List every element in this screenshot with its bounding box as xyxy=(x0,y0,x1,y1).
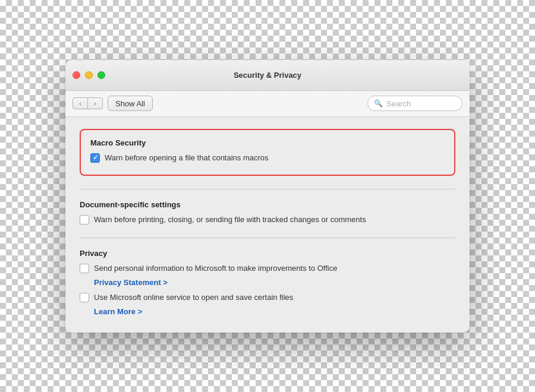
window-title: Security & Privacy xyxy=(234,71,301,80)
macro-checkbox[interactable] xyxy=(90,153,100,163)
search-box[interactable]: 🔍 Search xyxy=(367,96,462,111)
learn-more-link[interactable]: Learn More > xyxy=(94,307,455,316)
traffic-lights xyxy=(73,71,105,79)
privacy-title: Privacy xyxy=(80,249,455,258)
doc-checkbox-label: Warn before printing, closing, or sendin… xyxy=(94,215,366,224)
search-icon: 🔍 xyxy=(374,99,383,108)
privacy-checkbox-1[interactable] xyxy=(80,264,89,273)
privacy-checkbox-2[interactable] xyxy=(80,293,89,302)
maximize-button[interactable] xyxy=(97,71,105,79)
privacy-checkbox-label-1: Send personal information to Microsoft t… xyxy=(94,264,337,273)
privacy-checkbox-row-1: Send personal information to Microsoft t… xyxy=(80,264,455,273)
content-area: Macro Security Warn before opening a fil… xyxy=(65,117,470,333)
macro-checkbox-label: Warn before opening a file that contains… xyxy=(105,153,269,162)
macro-checkbox-row: Warn before opening a file that contains… xyxy=(90,153,445,163)
forward-button[interactable]: › xyxy=(87,97,103,109)
privacy-checkbox-label-2: Use Microsoft online service to open and… xyxy=(94,293,293,302)
minimize-button[interactable] xyxy=(85,71,93,79)
main-window: Security & Privacy ‹ › Show All 🔍 Search… xyxy=(65,60,470,333)
back-button[interactable]: ‹ xyxy=(73,97,88,109)
close-button[interactable] xyxy=(73,71,80,79)
toolbar: ‹ › Show All 🔍 Search xyxy=(65,91,470,117)
separator-2 xyxy=(80,238,455,238)
macro-security-title: Macro Security xyxy=(90,138,445,147)
macro-security-section: Macro Security Warn before opening a fil… xyxy=(80,129,455,176)
back-icon: ‹ xyxy=(79,100,81,107)
doc-checkbox[interactable] xyxy=(80,215,89,225)
forward-icon: › xyxy=(94,100,96,107)
search-placeholder: Search xyxy=(386,99,411,108)
privacy-section: Privacy Send personal information to Mic… xyxy=(80,249,455,316)
title-bar: Security & Privacy xyxy=(65,60,470,91)
separator-1 xyxy=(80,189,455,189)
document-specific-title: Document-specific settings xyxy=(80,200,455,209)
document-specific-section: Document-specific settings Warn before p… xyxy=(80,200,455,225)
show-all-button[interactable]: Show All xyxy=(108,96,153,111)
privacy-statement-link[interactable]: Privacy Statement > xyxy=(94,278,455,287)
privacy-checkbox-row-2: Use Microsoft online service to open and… xyxy=(80,293,455,302)
doc-checkbox-row: Warn before printing, closing, or sendin… xyxy=(80,215,455,225)
